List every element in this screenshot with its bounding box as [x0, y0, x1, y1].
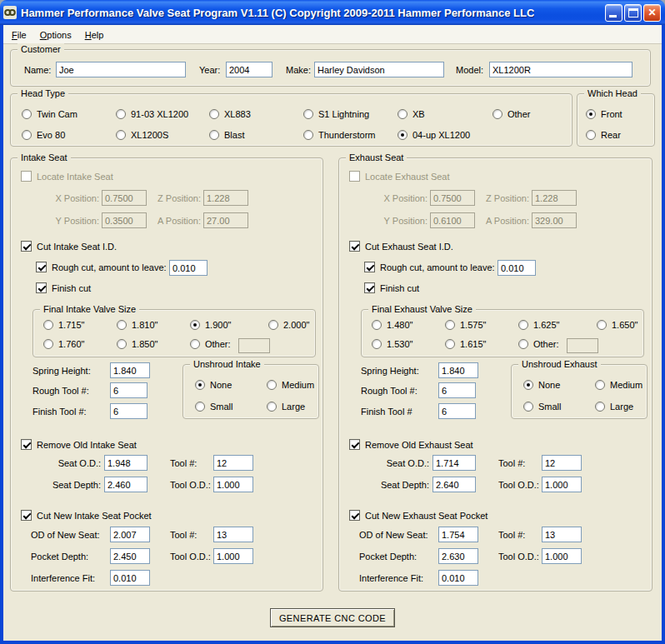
radio-91-03-xl1200[interactable]: 91-03 XL1200: [116, 109, 188, 119]
intake-seat-depth-input[interactable]: [104, 477, 148, 492]
cut-intake-seat-id-row[interactable]: Cut Intake Seat I.D.: [21, 241, 117, 252]
radio-icon[interactable]: [43, 339, 53, 349]
radio-twin-cam[interactable]: Twin Cam: [22, 109, 78, 119]
exhaust-pocket-depth-input[interactable]: [438, 548, 478, 564]
radio-icon[interactable]: [303, 130, 313, 140]
radio-04-up-xl1200[interactable]: 04-up XL1200: [398, 130, 470, 140]
minimize-button[interactable]: [605, 4, 622, 22]
intake-unshroud-none-radio[interactable]: None: [195, 380, 232, 390]
exhaust-rough-cut-input[interactable]: [498, 260, 536, 276]
exhaust-valve-other-radio[interactable]: Other:: [518, 339, 559, 349]
exhaust-pocket-tool-input[interactable]: [542, 527, 582, 542]
radio-icon[interactable]: [22, 109, 32, 119]
intake-unshroud-small-radio[interactable]: Small: [195, 402, 233, 412]
exhaust-pocket-tool-od-input[interactable]: [542, 548, 582, 564]
radio-icon[interactable]: [518, 320, 528, 330]
exhaust-finish-cut-checkbox[interactable]: [364, 282, 375, 293]
cut-new-exhaust-pocket-row[interactable]: Cut New Exhaust Seat Pocket: [349, 510, 488, 521]
exhaust-valve-1615-radio[interactable]: 1.615": [445, 339, 486, 349]
exhaust-seat-depth-input[interactable]: [432, 477, 476, 492]
intake-rough-tool-input[interactable]: [110, 382, 148, 398]
radio-icon[interactable]: [209, 109, 219, 119]
radio-icon[interactable]: [523, 380, 533, 390]
radio-icon[interactable]: [303, 109, 313, 119]
exhaust-unshroud-medium-radio[interactable]: Medium: [595, 380, 642, 390]
intake-od-new-seat-input[interactable]: [110, 527, 150, 542]
intake-pocket-tool-od-input[interactable]: [213, 548, 253, 564]
exhaust-valve-1650-radio[interactable]: 1.650": [597, 320, 638, 330]
radio-icon[interactable]: [372, 320, 382, 330]
radio-icon[interactable]: [595, 402, 605, 412]
menu-file[interactable]: File: [5, 27, 33, 42]
intake-finish-cut-row[interactable]: Finish cut: [36, 282, 91, 293]
exhaust-valve-1530-radio[interactable]: 1.530": [372, 339, 412, 349]
model-input[interactable]: [489, 62, 632, 77]
exhaust-unshroud-large-radio[interactable]: Large: [595, 402, 633, 412]
radio-icon[interactable]: [595, 380, 605, 390]
radio-icon[interactable]: [445, 320, 455, 330]
remove-old-exhaust-seat-row[interactable]: Remove Old Exhaust Seat: [349, 439, 473, 450]
cut-intake-seat-id-checkbox[interactable]: [21, 241, 32, 252]
intake-finish-tool-input[interactable]: [110, 403, 148, 419]
intake-rough-cut-input[interactable]: [169, 260, 208, 276]
exhaust-rough-tool-input[interactable]: [438, 382, 476, 398]
radio-icon[interactable]: [586, 130, 596, 140]
radio-icon[interactable]: [267, 402, 277, 412]
intake-valve-1850-radio[interactable]: 1.850": [117, 339, 158, 349]
exhaust-seat-od-input[interactable]: [432, 455, 476, 471]
cut-new-intake-pocket-checkbox[interactable]: [21, 510, 32, 521]
intake-valve-1715-radio[interactable]: 1.715": [43, 320, 84, 330]
radio-icon[interactable]: [195, 380, 205, 390]
generate-cnc-code-button[interactable]: GENERATE CNC CODE: [270, 608, 395, 627]
name-input[interactable]: [56, 62, 186, 77]
exhaust-interference-fit-input[interactable]: [438, 570, 478, 586]
radio-icon[interactable]: [267, 380, 277, 390]
radio-xl1200s[interactable]: XL1200S: [116, 130, 168, 140]
cut-new-exhaust-pocket-checkbox[interactable]: [349, 510, 360, 521]
radio-xb[interactable]: XB: [398, 109, 425, 119]
exhaust-remove-tool-od-input[interactable]: [542, 477, 582, 492]
radio-blast[interactable]: Blast: [209, 130, 244, 140]
exhaust-valve-1480-radio[interactable]: 1.480": [372, 320, 412, 330]
intake-pocket-tool-input[interactable]: [213, 527, 253, 542]
remove-old-intake-seat-row[interactable]: Remove Old Intake Seat: [21, 439, 137, 450]
intake-remove-tool-input[interactable]: [213, 455, 253, 471]
exhaust-unshroud-small-radio[interactable]: Small: [523, 402, 562, 412]
exhaust-valve-1575-radio[interactable]: 1.575": [445, 320, 486, 330]
radio-icon[interactable]: [209, 130, 219, 140]
radio-icon[interactable]: [268, 320, 278, 330]
radio-icon[interactable]: [195, 402, 205, 412]
radio-evo-80[interactable]: Evo 80: [22, 130, 65, 140]
title-bar[interactable]: Hammer Performance Valve Seat Program V1…: [0, 0, 665, 25]
year-input[interactable]: [226, 62, 272, 77]
radio-icon[interactable]: [518, 339, 528, 349]
cut-exhaust-seat-id-checkbox[interactable]: [349, 241, 360, 252]
radio-xl883[interactable]: XL883: [209, 109, 251, 119]
radio-icon[interactable]: [586, 109, 596, 119]
radio-icon[interactable]: [492, 109, 502, 119]
exhaust-finish-cut-row[interactable]: Finish cut: [364, 282, 419, 293]
intake-unshroud-medium-radio[interactable]: Medium: [267, 380, 314, 390]
exhaust-rough-cut-checkbox[interactable]: [364, 262, 375, 272]
exhaust-rough-cut-row[interactable]: Rough cut, amount to leave:: [364, 262, 495, 272]
radio-icon[interactable]: [523, 402, 533, 412]
maximize-button[interactable]: [624, 4, 642, 22]
menu-options[interactable]: Options: [33, 27, 78, 42]
radio-front-head[interactable]: Front: [586, 109, 622, 119]
remove-old-intake-seat-checkbox[interactable]: [21, 439, 32, 450]
exhaust-unshroud-none-radio[interactable]: None: [523, 380, 560, 390]
radio-icon[interactable]: [398, 109, 408, 119]
intake-rough-cut-checkbox[interactable]: [36, 262, 47, 272]
intake-valve-1900-radio[interactable]: 1.900": [190, 320, 231, 330]
intake-seat-od-input[interactable]: [104, 455, 148, 471]
remove-old-exhaust-seat-checkbox[interactable]: [349, 439, 360, 450]
intake-pocket-depth-input[interactable]: [110, 548, 150, 564]
intake-spring-height-input[interactable]: [110, 362, 150, 378]
intake-valve-1810-radio[interactable]: 1.810": [117, 320, 158, 330]
cut-exhaust-seat-id-row[interactable]: Cut Exhaust Seat I.D.: [349, 241, 453, 252]
exhaust-od-new-seat-input[interactable]: [438, 527, 478, 542]
intake-valve-2000-radio[interactable]: 2.000": [268, 320, 309, 330]
radio-rear-head[interactable]: Rear: [586, 130, 621, 140]
intake-rough-cut-row[interactable]: Rough cut, amount to leave:: [36, 262, 167, 272]
menu-help[interactable]: Help: [78, 27, 111, 42]
